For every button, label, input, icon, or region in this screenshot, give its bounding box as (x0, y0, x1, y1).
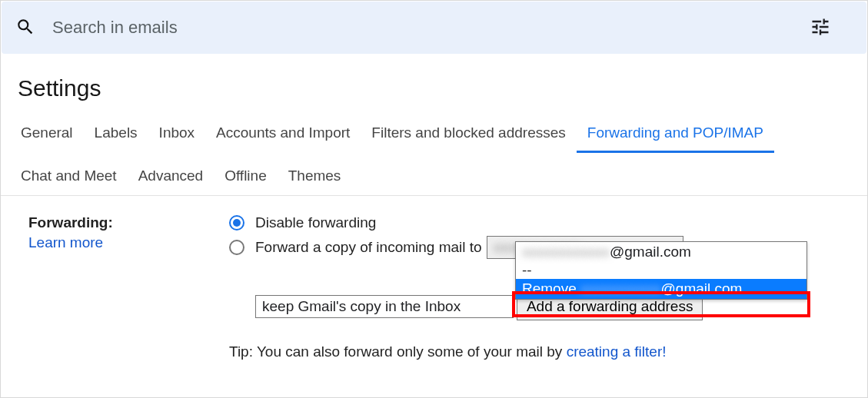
tab-filters[interactable]: Filters and blocked addresses (361, 118, 576, 153)
creating-filter-link[interactable]: creating a filter! (567, 343, 667, 360)
tab-advanced[interactable]: Advanced (128, 161, 215, 196)
tab-accounts[interactable]: Accounts and Import (205, 118, 361, 153)
tab-forwarding[interactable]: Forwarding and POP/IMAP (577, 118, 774, 153)
dropdown-separator: -- (516, 262, 806, 279)
forwarding-label: Forwarding: (28, 214, 229, 231)
tab-general[interactable]: General (10, 118, 84, 153)
tab-offline[interactable]: Offline (214, 161, 278, 196)
redacted-email: xxxxxxxxxxx (580, 280, 661, 297)
settings-tabs: General Labels Inbox Accounts and Import… (1, 118, 867, 196)
tab-themes[interactable]: Themes (278, 161, 352, 196)
tip-text: Tip: You can also forward only some of y… (229, 343, 567, 360)
remove-suffix: @gmail.com (661, 280, 743, 297)
dropdown-option-email[interactable]: xxxxxxxxxxxx@gmail.com (516, 242, 806, 262)
keep-copy-select[interactable]: keep Gmail's copy in the Inbox (255, 295, 514, 318)
dropdown-email-suffix: @gmail.com (610, 244, 691, 260)
remove-prefix: Remove (522, 280, 580, 297)
learn-more-link[interactable]: Learn more (28, 234, 229, 251)
radio-forward-copy[interactable] (229, 240, 244, 255)
radio-disable-forwarding[interactable] (229, 215, 244, 231)
page-title: Settings (18, 75, 850, 101)
forwarding-section: Forwarding: Learn more Disable forwardin… (18, 196, 850, 360)
redacted-email: xxxxxxxxxxxx (522, 244, 610, 260)
tab-labels[interactable]: Labels (84, 118, 148, 153)
dropdown-option-remove[interactable]: Remove xxxxxxxxxxx@gmail.com (516, 279, 806, 299)
forward-email-dropdown: xxxxxxxxxxxx@gmail.com -- Remove xxxxxxx… (515, 241, 807, 300)
search-input[interactable] (52, 18, 853, 38)
tune-icon[interactable] (810, 16, 831, 40)
disable-forwarding-label: Disable forwarding (255, 214, 376, 231)
forwarding-tip: Tip: You can also forward only some of y… (229, 343, 850, 360)
search-bar (2, 2, 866, 54)
tab-inbox[interactable]: Inbox (148, 118, 205, 153)
tab-chat[interactable]: Chat and Meet (10, 161, 128, 196)
forward-copy-label: Forward a copy of incoming mail to (255, 239, 482, 256)
search-icon[interactable] (15, 17, 35, 39)
